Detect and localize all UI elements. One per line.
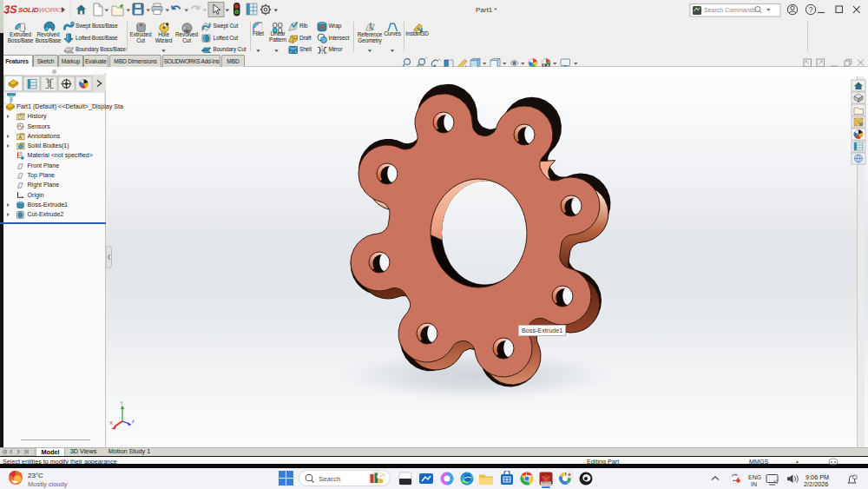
svg-text:X: X bbox=[109, 420, 113, 426]
svg-text:Mostly cloudy: Mostly cloudy bbox=[28, 480, 68, 488]
svg-text:SW2023: SW2023 bbox=[542, 481, 553, 485]
svg-text:Search: Search bbox=[319, 475, 340, 483]
svg-text:z: z bbox=[132, 419, 135, 424]
svg-text:IN: IN bbox=[751, 481, 757, 487]
svg-text:23°C: 23°C bbox=[28, 472, 43, 479]
svg-text:ENG: ENG bbox=[748, 474, 761, 480]
svg-text:Y: Y bbox=[120, 400, 123, 406]
svg-text:2/2/2026: 2/2/2026 bbox=[804, 480, 828, 487]
